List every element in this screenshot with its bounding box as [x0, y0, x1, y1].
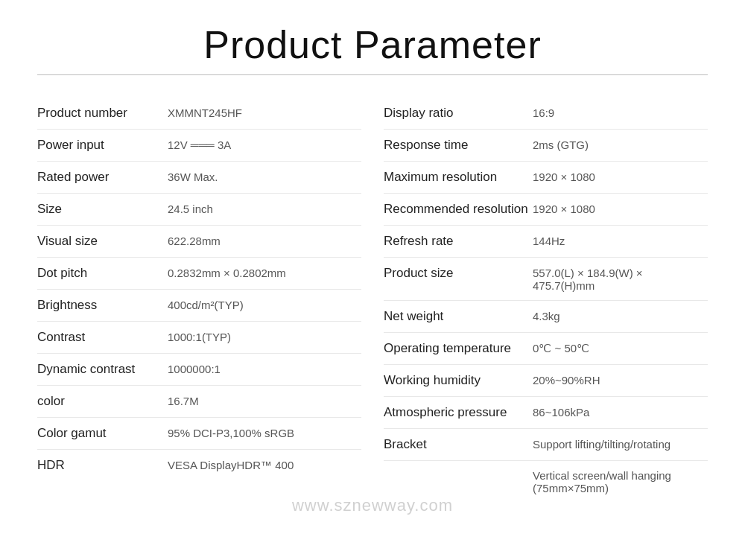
page-title: Product Parameter — [37, 22, 708, 67]
param-value: 36W Max. — [168, 171, 361, 183]
param-value: 622.28mm — [168, 235, 361, 247]
param-label: Bracket — [384, 437, 533, 452]
param-label: Dynamic contrast — [37, 362, 168, 377]
param-value: Support lifting/tilting/rotating — [533, 438, 708, 451]
left-param-row: Dot pitch0.2832mm × 0.2802mm — [37, 258, 361, 290]
param-label: Brightness — [37, 298, 168, 313]
param-label: Response time — [384, 138, 533, 153]
param-label: Visual size — [37, 234, 168, 249]
right-param-row: Maximum resolution1920 × 1080 — [384, 162, 708, 194]
param-label: Operating temperature — [384, 341, 533, 356]
param-label: Rated power — [37, 170, 168, 185]
param-label: Power input — [37, 138, 168, 153]
right-param-row: Response time2ms (GTG) — [384, 130, 708, 162]
param-label: Net weight — [384, 309, 533, 324]
param-label: Dot pitch — [37, 266, 168, 281]
left-param-row: Visual size622.28mm — [37, 226, 361, 258]
param-label: Color gamut — [37, 426, 168, 441]
param-label: color — [37, 394, 168, 409]
param-label: HDR — [37, 458, 168, 473]
param-value: 1920 × 1080 — [533, 203, 708, 215]
param-value: 24.5 inch — [168, 203, 361, 215]
param-label: Display ratio — [384, 106, 533, 121]
param-value: 86~106kPa — [533, 406, 708, 419]
left-param-row: Color gamut95% DCI-P3,100% sRGB — [37, 418, 361, 450]
right-param-row: Atmospheric pressure86~106kPa — [384, 397, 708, 429]
param-label: Product number — [37, 106, 168, 121]
right-param-row: Operating temperature0℃ ~ 50℃ — [384, 333, 708, 365]
param-label: Contrast — [37, 330, 168, 345]
left-param-row: Brightness400cd/m²(TYP) — [37, 290, 361, 322]
left-param-row: Dynamic contrast1000000:1 — [37, 354, 361, 386]
param-value: 0.2832mm × 0.2802mm — [168, 267, 361, 279]
param-label: Atmospheric pressure — [384, 405, 533, 420]
left-param-row: Size24.5 inch — [37, 194, 361, 226]
param-value: 12V ═══ 3A — [168, 139, 361, 151]
right-param-row: Working humidity20%~90%RH — [384, 365, 708, 397]
param-value: 1000:1(TYP) — [168, 331, 361, 343]
param-value: 1000000:1 — [168, 363, 361, 375]
param-value: XMMNT245HF — [168, 106, 361, 119]
right-param-row: Net weight4.3kg — [384, 301, 708, 333]
param-value: 4.3kg — [533, 310, 708, 322]
param-value: 144Hz — [533, 235, 708, 247]
param-value: Vertical screen/wall hanging(75mm×75mm) — [533, 469, 708, 494]
params-grid: Product numberXMMNT245HFPower input12V ═… — [37, 98, 708, 503]
param-value: 16:9 — [533, 106, 708, 119]
param-value: 0℃ ~ 50℃ — [533, 342, 708, 355]
right-param-row: BracketSupport lifting/tilting/rotating — [384, 429, 708, 461]
param-label: Recommended resolution — [384, 202, 533, 217]
param-label: Working humidity — [384, 373, 533, 388]
right-param-row: Vertical screen/wall hanging(75mm×75mm) — [384, 461, 708, 503]
param-value: 95% DCI-P3,100% sRGB — [168, 427, 361, 439]
right-param-row: Refresh rate144Hz — [384, 226, 708, 258]
left-param-row: color16.7M — [37, 386, 361, 418]
left-param-row: Rated power36W Max. — [37, 162, 361, 194]
param-label: Product size — [384, 266, 533, 281]
param-value: 16.7M — [168, 395, 361, 407]
param-value: 1920 × 1080 — [533, 171, 708, 183]
left-param-row: Contrast1000:1(TYP) — [37, 322, 361, 354]
right-param-row: Display ratio16:9 — [384, 98, 708, 130]
param-value: VESA DisplayHDR™ 400 — [168, 459, 361, 471]
left-param-row: Product numberXMMNT245HF — [37, 98, 361, 130]
left-column: Product numberXMMNT245HFPower input12V ═… — [37, 98, 361, 503]
param-value: 557.0(L) × 184.9(W) × 475.7(H)mm — [533, 267, 708, 292]
left-param-row: Power input12V ═══ 3A — [37, 130, 361, 162]
right-param-row: Recommended resolution1920 × 1080 — [384, 194, 708, 226]
left-param-row: HDRVESA DisplayHDR™ 400 — [37, 450, 361, 481]
param-value: 2ms (GTG) — [533, 139, 708, 151]
right-column: Display ratio16:9Response time2ms (GTG)M… — [384, 98, 708, 503]
param-label: Size — [37, 202, 168, 217]
right-param-row: Product size557.0(L) × 184.9(W) × 475.7(… — [384, 258, 708, 301]
param-label: Maximum resolution — [384, 170, 533, 185]
param-value: 20%~90%RH — [533, 374, 708, 386]
title-divider — [37, 74, 708, 75]
page-container: Product Parameter Product numberXMMNT245… — [0, 0, 745, 532]
param-value: 400cd/m²(TYP) — [168, 299, 361, 311]
param-label: Refresh rate — [384, 234, 533, 249]
